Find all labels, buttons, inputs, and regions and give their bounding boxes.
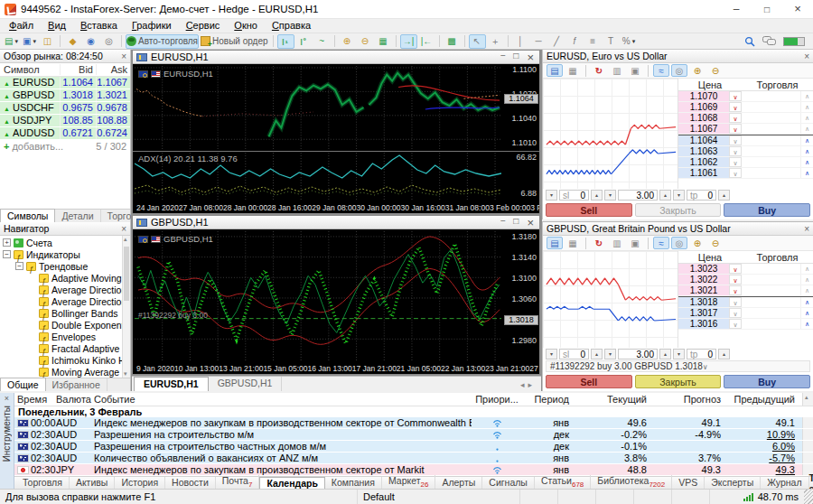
expand-toggle-icon[interactable]: + xyxy=(3,238,11,247)
orders-button[interactable] xyxy=(627,64,643,77)
navigator-tree-item[interactable]: Moving Average xyxy=(0,366,130,378)
close-position-button[interactable]: Закрыть xyxy=(635,203,722,217)
menu-item[interactable]: Графики xyxy=(125,19,179,33)
trade-cell[interactable] xyxy=(742,285,800,295)
symbol-row[interactable]: USDCHF 0.9675 0.9678 xyxy=(0,102,130,115)
buy-stop-button[interactable] xyxy=(800,124,813,134)
sl-decrease-button[interactable] xyxy=(546,349,557,359)
buy-stop-button[interactable] xyxy=(800,285,813,295)
status-ping[interactable]: 48.70 ms xyxy=(710,490,804,504)
minimize-icon[interactable] xyxy=(500,51,505,64)
sell-limit-button[interactable] xyxy=(729,124,742,134)
sell-limit-button[interactable] xyxy=(729,264,742,274)
sell-stop-button[interactable] xyxy=(729,168,742,178)
auto-trading-button[interactable]: Авто-торговля xyxy=(126,34,199,49)
zoom-in-button[interactable]: ⊕ xyxy=(339,34,356,49)
toolbox-toggle-button[interactable]: ◫ xyxy=(39,34,56,49)
sell-limit-button[interactable] xyxy=(729,285,742,295)
sell-limit-button[interactable] xyxy=(729,102,742,112)
navigator-tab[interactable]: Избранное xyxy=(46,378,107,391)
horizontal-line-tool[interactable]: ─ xyxy=(530,34,547,49)
market-watch-toggle-button[interactable]: ◆ xyxy=(64,34,81,49)
volume-increase-button[interactable] xyxy=(659,190,671,201)
zoom-out-button[interactable] xyxy=(707,237,724,249)
depth-grid-button[interactable] xyxy=(565,64,581,77)
tab-scroll-arrows[interactable]: ◂▸ xyxy=(520,380,541,391)
ticks-button[interactable] xyxy=(609,64,625,77)
maximize-icon[interactable] xyxy=(513,51,519,64)
navigator-scrollbar[interactable] xyxy=(122,236,130,378)
sell-limit-button[interactable] xyxy=(729,275,742,285)
depth-grid-button[interactable] xyxy=(565,237,581,249)
sell-button[interactable]: Sell xyxy=(546,375,632,388)
gbpusd-window-titlebar[interactable]: GBPUSD,H1 xyxy=(133,216,539,229)
take-profit-field[interactable]: tp0 xyxy=(687,190,716,201)
close-icon[interactable]: × xyxy=(804,224,809,234)
sell-stop-button[interactable] xyxy=(729,146,742,156)
sell-stop-button[interactable] xyxy=(729,135,742,145)
fibonacci-tool[interactable]: 𝑓 xyxy=(566,34,584,49)
buy-limit-button[interactable] xyxy=(800,308,813,318)
trade-cell[interactable] xyxy=(742,297,800,307)
toolbox-tab[interactable]: Сигналы xyxy=(482,477,535,489)
tp-increase-button[interactable] xyxy=(718,190,730,201)
menu-item[interactable]: Справка xyxy=(265,19,318,33)
sell-stop-button[interactable] xyxy=(729,157,742,167)
buy-stop-button[interactable] xyxy=(800,264,813,274)
trade-cell[interactable] xyxy=(742,275,800,285)
buy-button[interactable]: Buy xyxy=(724,375,810,388)
vertical-line-tool[interactable]: │ xyxy=(512,34,529,49)
tile-windows-button[interactable]: ▦ xyxy=(375,34,392,49)
text-tool[interactable]: T xyxy=(603,34,620,49)
buy-stop-button[interactable] xyxy=(800,275,813,285)
zoom-in-button[interactable] xyxy=(689,237,706,249)
chart-shift-button[interactable]: |← xyxy=(418,34,435,49)
ticks-button[interactable] xyxy=(609,237,625,249)
close-icon[interactable]: × xyxy=(804,51,809,61)
refresh-button[interactable] xyxy=(591,64,607,77)
buy-limit-button[interactable] xyxy=(800,146,813,156)
close-icon[interactable]: × xyxy=(5,394,9,403)
minimize-button[interactable] xyxy=(721,0,752,19)
gbpusd-chart-window[interactable]: GBPUSD,H1 xyxy=(132,215,540,375)
menu-item[interactable]: Сервис xyxy=(179,19,228,33)
data-feed-button[interactable]: ◎ xyxy=(100,34,117,49)
tp-decrease-button[interactable] xyxy=(673,349,685,359)
calendar-event-row[interactable]: 02:30 AUD Разрешения на строительство ча… xyxy=(14,441,813,453)
menu-item[interactable]: Файл xyxy=(2,19,41,33)
sl-increase-button[interactable] xyxy=(591,190,603,201)
calendar-event-row[interactable]: 02:30 AUD Количество объявлений о ваканс… xyxy=(14,453,813,464)
close-icon[interactable]: × xyxy=(121,51,126,61)
toolbox-tab[interactable]: Эксперты xyxy=(705,477,761,489)
calendar-scrollbar[interactable] xyxy=(802,393,813,406)
minimize-icon[interactable] xyxy=(500,216,505,229)
trade-cell[interactable] xyxy=(742,308,800,318)
sell-stop-button[interactable] xyxy=(729,297,742,307)
close-icon[interactable]: × xyxy=(121,224,126,234)
new-chart-button[interactable]: ▤▾ xyxy=(3,34,20,49)
menu-item[interactable]: Вставка xyxy=(73,19,125,33)
trade-cell[interactable] xyxy=(742,264,800,274)
market-watch-column-headers[interactable]: Символ Bid Ask xyxy=(0,63,130,77)
volume-increase-button[interactable] xyxy=(659,349,671,359)
eurusd-window-titlebar[interactable]: EURUSD,H1 xyxy=(133,51,539,64)
open-position-row[interactable]: #11392292 buy 3.00 GBPUSD 1.3018 xyxy=(546,360,810,372)
tp-decrease-button[interactable] xyxy=(673,190,685,201)
symbol-row[interactable]: USDJPY 108.85 108.88 xyxy=(0,115,130,127)
tick-chart-button[interactable] xyxy=(653,237,669,249)
calendar-event-row[interactable]: 00:00 AUD Индекс менеджеров по закупкам … xyxy=(14,417,813,429)
trade-cell[interactable] xyxy=(742,146,800,156)
expand-toggle-icon[interactable]: − xyxy=(3,250,11,258)
zoom-in-button[interactable] xyxy=(689,64,706,77)
eurusd-chart[interactable]: EURUSD,H1 ADX(14) 20.21 11.38 9.76 xyxy=(133,64,539,213)
navigator-toggle-button[interactable]: ◉ xyxy=(82,34,99,49)
menu-item[interactable]: Вид xyxy=(41,19,73,33)
cursor-tool-button[interactable]: ↖ xyxy=(469,34,486,49)
trade-cell[interactable] xyxy=(742,113,800,123)
docking-button[interactable]: ▩ xyxy=(444,34,461,49)
line-chart-mode-button[interactable]: ~ xyxy=(313,34,331,49)
trade-cell[interactable] xyxy=(742,135,800,145)
sell-stop-button[interactable] xyxy=(729,319,742,329)
eurusd-chart-window[interactable]: EURUSD,H1 xyxy=(132,50,540,214)
status-profile[interactable]: Default xyxy=(358,490,520,504)
